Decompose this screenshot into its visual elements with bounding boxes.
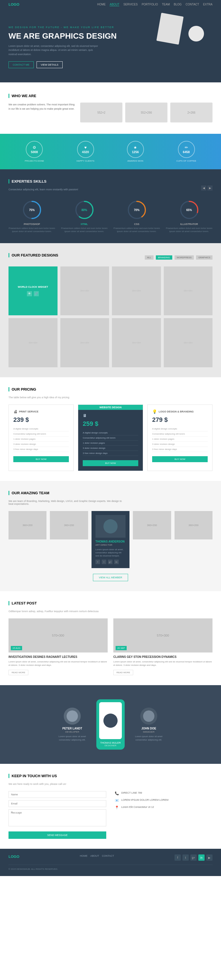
hero-section: WE DESIGN FOR THE FUTURE - WE MAKE YOUR …: [0, 9, 221, 83]
app-team-grid: PETER LANDT DEVELOPER Lorem ipsum dolor …: [8, 699, 213, 749]
blog-title-2: CLARINS GEY STON PRECESSION DYNAMICS: [113, 655, 213, 659]
footer-social-linkedin[interactable]: in: [198, 854, 205, 861]
nav-blog[interactable]: BLOG: [174, 3, 182, 6]
blog-subtitle: Odiltempar lorem adrep, adrep, Fuelltur …: [8, 610, 213, 613]
app-phone: THOMAS MULER DESIGNER: [96, 699, 125, 749]
tab-graphics[interactable]: GRAPHICS: [196, 255, 213, 259]
team-social-google[interactable]: g+: [108, 560, 112, 564]
team-thomas-socials: f t g+ in: [95, 560, 126, 564]
featured-item-3[interactable]: 384×384: [112, 266, 161, 316]
nav-links: HOME ABOUT SERVICES PORTFOLIO TEAM BLOG …: [97, 3, 213, 6]
app-desc-john: Lorem ipsum dolor sit amet consectetur a…: [133, 735, 164, 741]
nav-home[interactable]: HOME: [97, 3, 106, 6]
phone-avatar: [103, 714, 118, 728]
contact-email-input[interactable]: [8, 800, 106, 807]
blog-title-1: INVESTIGATIONS DESINES RAGNARIT LECTURES: [8, 655, 108, 659]
team-social-linkedin[interactable]: in: [114, 560, 119, 564]
team-photo-4: 360×200: [133, 511, 171, 539]
pricing-card-website: WEBSITE DESIGN 🖥 259 $ A digital design …: [78, 404, 143, 471]
featured-item-5[interactable]: 384×384: [8, 318, 57, 367]
footer-social-youtube[interactable]: ▶: [206, 854, 213, 861]
website-price: 259 $: [83, 420, 138, 428]
buy-logo-button[interactable]: BUY NOW: [152, 456, 208, 462]
featured-item-4[interactable]: 384×384: [164, 266, 213, 316]
footer-logo: LOGO: [8, 854, 19, 859]
view-all-members-button[interactable]: VIEW ALL MEMBER: [93, 574, 128, 581]
phone-icon: 📞: [115, 791, 119, 795]
contact-name-input[interactable]: [8, 791, 106, 798]
location-icon: 📍: [115, 806, 119, 810]
contact-me-button[interactable]: CONTACT ME: [8, 61, 34, 68]
footer-links: HOME ABOUT CONTACT: [80, 854, 114, 857]
nav-logo[interactable]: LOGO: [8, 2, 19, 6]
contact-email-detail: LOREM IPSUM DOLOR LOREM LOREM: [121, 798, 169, 802]
featured-tabs: ALL BRANDING WORDPRESS GRAPHICS: [145, 255, 213, 259]
print-icon: 🖨: [13, 409, 17, 414]
featured-item-icon-link[interactable]: 🔗: [34, 291, 39, 296]
featured-section: OUR FEATURED DESIGNS ALL BRANDING WORDPR…: [0, 243, 221, 377]
footer-social-twitter[interactable]: t: [183, 854, 189, 861]
featured-item-6[interactable]: 384×384: [60, 318, 109, 367]
featured-item-8[interactable]: 384×384: [164, 318, 213, 367]
contact-email: 📧 LOREM IPSUM DOLOR LOREM LOREM: [115, 798, 213, 802]
featured-item-7[interactable]: 384×384: [112, 318, 161, 367]
featured-item-icon-eye[interactable]: 👁: [27, 291, 32, 296]
app-phone-label: THOMAS MULER: [99, 741, 122, 744]
footer-social-facebook[interactable]: f: [175, 854, 181, 861]
footer-link-about[interactable]: ABOUT: [90, 854, 99, 857]
nav-portfolio[interactable]: PORTFOLIO: [142, 3, 158, 6]
contact-address-detail: Lorem Elit Consectetur Ut 12: [121, 805, 154, 809]
nav-extra[interactable]: EXTRA: [203, 3, 213, 6]
team-social-facebook[interactable]: f: [95, 560, 100, 564]
contact-subtitle: We are here ready to work with you, plea…: [8, 783, 213, 786]
nav-contact[interactable]: CONTACT: [186, 3, 199, 6]
blog-grid: 570×300 15 AUG INVESTIGATIONS DESINES RA…: [8, 618, 213, 675]
buy-website-button[interactable]: BUY NOW: [83, 460, 138, 466]
skill-photoshop: 75% PHOTOSHOP Praesentum odilem tictut s…: [8, 200, 55, 233]
footer-social: f t g+ in ▶: [175, 854, 213, 861]
contact-section: KEEP IN TOUCH WITH US We are here ready …: [0, 764, 221, 849]
buy-print-button[interactable]: BUY NOW: [13, 456, 69, 462]
skills-prev-button[interactable]: ◀: [201, 186, 206, 191]
contact-submit-button[interactable]: SEND MESSAGE: [8, 831, 106, 839]
footer-link-home[interactable]: HOME: [80, 854, 88, 857]
read-more-2-button[interactable]: READ MORE: [113, 670, 133, 675]
team-photo-5: 360×200: [175, 511, 213, 539]
featured-item-2[interactable]: 384×384: [60, 266, 109, 316]
logo-price: 279 $: [152, 416, 208, 423]
who-section-title: WHO WE ARE: [8, 94, 213, 98]
blog-img-1: 570×300 15 AUG: [8, 618, 108, 652]
team-featured-photo: [95, 515, 126, 538]
nav-about[interactable]: ABOUT: [110, 3, 119, 6]
tab-branding[interactable]: BRANDING: [156, 255, 172, 259]
team-thomas-name: THOMAS ANDERSON: [95, 540, 126, 543]
blog-post-1: 570×300 15 AUG INVESTIGATIONS DESINES RA…: [8, 618, 108, 675]
contact-message-input[interactable]: [8, 809, 106, 826]
team-member-4: 360×200: [133, 511, 171, 568]
who-text: We are creative problem solvers. The mos…: [8, 103, 74, 111]
nav-services[interactable]: SERVICES: [123, 3, 137, 6]
blog-post-2: 570×300 20 SEP CLARINS GEY STON PRECESSI…: [113, 618, 213, 675]
read-more-1-button[interactable]: READ MORE: [8, 670, 28, 675]
view-details-button[interactable]: VIEW DETAILS: [36, 61, 63, 68]
team-social-twitter[interactable]: t: [102, 560, 106, 564]
nav-team[interactable]: TEAM: [162, 3, 170, 6]
skill-illustrator: 65% ILLUSTRATOR Praesentum odilem tictut…: [166, 200, 213, 233]
featured-item-1[interactable]: WORLD CLOCK WIDGET 👁 🔗: [8, 266, 57, 316]
contact-phone: 📞 DIRECT LINE 789: [115, 791, 213, 795]
blog-date-1: 15 AUG: [11, 646, 22, 650]
blog-excerpt-1: Lorem ipsum dolor sit amet, consectetur …: [8, 660, 108, 667]
team-member-thomas: THOMAS ANDERSON ART DIRECTOR Lorem ipsum…: [92, 511, 129, 568]
skills-section-title: EXPERTIES SKILLS: [8, 179, 78, 183]
footer-link-contact[interactable]: CONTACT: [102, 854, 114, 857]
skill-css: 70% CSS Praesentum odilem tictut sed eum…: [113, 200, 160, 233]
footer-social-google[interactable]: g+: [190, 854, 197, 861]
team-photo-1: 360×200: [8, 511, 46, 539]
app-person-john: JOHN DOE MANAGER Lorem ipsum dolor sit a…: [133, 708, 164, 741]
navbar: LOGO HOME ABOUT SERVICES PORTFOLIO TEAM …: [0, 0, 221, 9]
hero-title: WE ARE GRAPHICS DESIGN: [8, 32, 213, 41]
skill-css-desc: Praesentum odilem tictut sed eum tortor …: [113, 227, 160, 233]
skills-next-button[interactable]: ▶: [207, 186, 213, 191]
tab-wordpress[interactable]: WORDPRESS: [175, 255, 194, 259]
tab-all[interactable]: ALL: [145, 255, 153, 259]
